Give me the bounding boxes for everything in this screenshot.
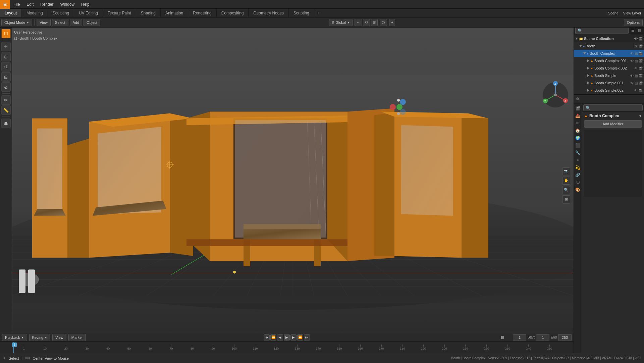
snap-btn[interactable]: ⌖ <box>389 19 395 26</box>
bs-filter-icon[interactable]: ▤ <box>635 74 638 78</box>
menu-file[interactable]: File <box>10 0 23 8</box>
timeline-mark-10[interactable]: 10 <box>35 345 56 350</box>
timeline-playhead[interactable] <box>13 342 14 353</box>
outliner-item-booth[interactable]: ▸ Booth 👁 🎬 <box>574 42 644 50</box>
tool-scale[interactable]: ⊞ <box>1 72 11 82</box>
menu-help[interactable]: Help <box>78 0 93 8</box>
prev-keyframe-btn[interactable]: ⏪ <box>270 334 276 341</box>
bc001-eye-icon[interactable]: 👁 <box>630 59 634 63</box>
timeline-mark-240[interactable]: 240 <box>518 345 539 350</box>
bs002-render-icon[interactable]: 🎬 <box>639 89 643 92</box>
tool-transform[interactable]: ⊗ <box>1 82 11 92</box>
menu-edit[interactable]: Edit <box>23 0 37 8</box>
prop-tab-output[interactable]: 📤 <box>574 112 582 120</box>
bc001-filter-icon[interactable]: ▤ <box>635 59 638 63</box>
bs-eye-icon[interactable]: 👁 <box>630 74 634 78</box>
timeline-mark-250[interactable]: 250 <box>539 345 560 350</box>
timeline-mark-60[interactable]: 60 <box>140 345 161 350</box>
bc002-eye-icon[interactable]: 👁 <box>634 66 638 70</box>
prop-tab-world[interactable]: 🌍 <box>574 134 582 142</box>
viewport-grid-btn[interactable]: ⊞ <box>562 195 570 203</box>
options-btn[interactable]: Options <box>624 19 643 26</box>
timeline-mark-30[interactable]: 30 <box>76 345 98 350</box>
timeline-mark-180[interactable]: 180 <box>392 345 413 350</box>
timeline-mark-200[interactable]: 200 <box>434 345 455 350</box>
outliner-item-bc001[interactable]: ▲ Booth Complex.001 👁 ▤ 🎬 <box>574 57 644 64</box>
filter-icon-1[interactable]: ☰ <box>630 28 636 34</box>
prop-tab-data[interactable]: ⬡ <box>574 179 582 186</box>
outliner-scene-collection[interactable]: 📁 Scene Collection 👁 🎬 <box>574 35 644 42</box>
tab-rendering[interactable]: Rendering <box>188 9 216 17</box>
tab-layout[interactable]: Layout <box>0 9 22 17</box>
prop-tab-physics[interactable]: 💫 <box>574 164 582 171</box>
add-modifier-btn[interactable]: Add Modifier <box>584 120 642 128</box>
tab-texture-paint[interactable]: Texture Paint <box>103 9 136 17</box>
tool-move[interactable]: ⊕ <box>1 52 11 61</box>
outliner-search-input[interactable] <box>575 27 629 34</box>
timeline-mark-150[interactable]: 150 <box>329 345 350 350</box>
scene-render-icon[interactable]: 🎬 <box>639 37 643 41</box>
timeline-mark-160[interactable]: 160 <box>350 345 371 350</box>
timeline-mark-230[interactable]: 230 <box>497 345 518 350</box>
timeline-mark-140[interactable]: 140 <box>308 345 329 350</box>
timeline-mark-100[interactable]: 100 <box>224 345 245 350</box>
scene-eye-icon[interactable]: 👁 <box>634 37 638 41</box>
tab-add-button[interactable]: + <box>314 9 323 17</box>
timeline-mark-190[interactable]: 190 <box>413 345 434 350</box>
tab-animation[interactable]: Animation <box>161 9 188 17</box>
current-frame-input[interactable] <box>513 334 526 341</box>
outliner-item-bc002[interactable]: ▲ Booth Complex.002 👁 🎬 <box>574 64 644 72</box>
tab-compositing[interactable]: Compositing <box>217 9 249 17</box>
viewport-hand-btn[interactable]: ✋ <box>562 177 570 185</box>
prop-tab-object[interactable]: ⬛ <box>574 142 582 149</box>
tool-add-cube[interactable]: ☗ <box>1 119 11 128</box>
outliner-item-bs[interactable]: ▲ Booth Simple 👁 ▤ 🎬 <box>574 72 644 79</box>
prop-tab-constraints[interactable]: 🔗 <box>574 171 582 179</box>
active-object-expand[interactable]: ▼ <box>639 114 642 118</box>
timeline-mark-20[interactable]: 20 <box>55 345 76 350</box>
prop-tab-modifier[interactable]: 🔧 <box>574 149 582 156</box>
timeline-mark-50[interactable]: 50 <box>118 345 140 350</box>
timeline-mark-90[interactable]: 90 <box>203 345 224 350</box>
timeline-view-dropdown[interactable]: View <box>52 334 66 341</box>
timeline-mark-170[interactable]: 170 <box>371 345 392 350</box>
tool-rotate[interactable]: ↺ <box>1 62 11 72</box>
tab-uv-editing[interactable]: UV Editing <box>74 9 103 17</box>
jump-end-btn[interactable]: ⏭ <box>304 334 310 341</box>
transform-move-btn[interactable]: ↔ <box>355 19 362 26</box>
prop-tab-scene[interactable]: 🏠 <box>574 127 582 134</box>
prop-tab-view[interactable]: 👁 <box>574 120 582 127</box>
tool-cursor[interactable]: ✛ <box>1 42 11 51</box>
booth-render-icon[interactable]: 🎬 <box>639 44 643 48</box>
next-keyframe-btn[interactable]: ⏩ <box>297 334 303 341</box>
play-btn[interactable]: ▶ <box>284 334 290 341</box>
menu-window[interactable]: Window <box>57 0 78 8</box>
toolbar-add-btn[interactable]: Add <box>70 19 83 26</box>
tab-scripting[interactable]: Scripting <box>289 9 314 17</box>
timeline-mark-110[interactable]: 110 <box>245 345 266 350</box>
bs001-filter-icon[interactable]: ▤ <box>635 81 638 85</box>
bc002-render-icon[interactable]: 🎬 <box>639 66 643 70</box>
bc001-render-icon[interactable]: 🎬 <box>639 59 643 63</box>
filter-icon-2[interactable]: ▤ <box>637 28 643 34</box>
outliner-item-bs002[interactable]: ▲ Booth Simple.002 👁 🎬 <box>574 87 644 94</box>
tab-sculpting[interactable]: Sculpting <box>48 9 74 17</box>
bs001-render-icon[interactable]: 🎬 <box>639 81 643 85</box>
booth-eye-icon[interactable]: 👁 <box>634 44 638 48</box>
timeline-mark-80[interactable]: 80 <box>182 345 203 350</box>
timeline-mark-120[interactable]: 120 <box>266 345 287 350</box>
end-frame-input[interactable] <box>558 334 572 341</box>
outliner-item-bs001[interactable]: ▲ Booth Simple.001 👁 ▤ 🎬 <box>574 79 644 87</box>
timeline-keying-dropdown[interactable]: Keying ▼ <box>29 334 51 341</box>
toolbar-select-btn[interactable]: Select <box>52 19 68 26</box>
prop-tab-render[interactable]: 🎬 <box>574 105 582 112</box>
bs-render-icon[interactable]: 🎬 <box>639 74 643 78</box>
toolbar-view-btn[interactable]: View <box>37 19 51 26</box>
prop-tab-particles[interactable]: ✦ <box>574 156 582 164</box>
timeline-mark-130[interactable]: 130 <box>287 345 308 350</box>
jump-start-btn[interactable]: ⏮ <box>264 334 270 341</box>
proportional-edit-btn[interactable]: ◎ <box>380 19 387 26</box>
transform-rotate-btn[interactable]: ↺ <box>363 19 370 26</box>
tool-annotate[interactable]: ✏ <box>1 95 11 105</box>
menu-render[interactable]: Render <box>37 0 57 8</box>
